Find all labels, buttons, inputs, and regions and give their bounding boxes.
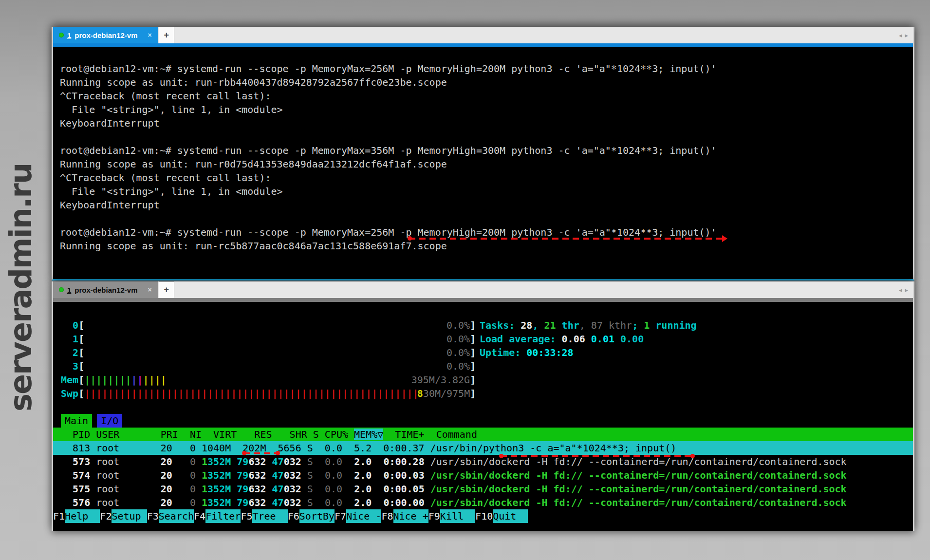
tab-prox-debian12-vm[interactable]: 1 prox-debian12-vm × — [53, 281, 158, 298]
cpu-3-meter: 3[0.0%] — [53, 359, 913, 373]
terminal-window-shell: 1 prox-debian12-vm × + ◂ ▸ root@debian12… — [52, 27, 914, 280]
spacer-line — [53, 400, 913, 414]
tab-scroll-right-icon[interactable]: ▸ — [905, 286, 908, 294]
close-tab-icon[interactable]: × — [148, 286, 152, 294]
htop-summary: Tasks: 28, 21 thr, 87 kthr; 1 runningLoa… — [480, 318, 697, 359]
tab-title: prox-debian12-vm — [74, 286, 137, 294]
memory-meter: Mem[||||||||||||||395M/3.82G] — [53, 373, 913, 387]
fkey-f10-quit[interactable]: F10Quit — [475, 509, 528, 523]
terminal-line — [60, 130, 913, 144]
process-row-selected[interactable]: 813 root 20 0 1040M 202M 5656 S 0.0 5.2 … — [53, 441, 913, 455]
process-row[interactable]: 574 root 20 0 1352M 79632 47032 S 0.0 2.… — [53, 468, 913, 482]
process-table-header[interactable]: PID USER PRI NI VIRT RES SHR S CPU% MEM%… — [53, 428, 913, 441]
tab-accent-strip — [53, 43, 913, 47]
terminal-line: Running scope as unit: run-r0d75d41353e8… — [60, 157, 913, 171]
fkey-f2-setup[interactable]: F2Setup — [100, 509, 147, 523]
terminal-output: root@debian12-vm:~# systemd-run --scope … — [53, 47, 913, 253]
htop-tab-i-o[interactable]: I/O — [97, 414, 122, 428]
tab-title: prox-debian12-vm — [74, 31, 137, 39]
tab-bar: 1 prox-debian12-vm × + ◂ ▸ — [53, 281, 913, 298]
fkey-f4-filter[interactable]: F4Filter — [194, 509, 241, 523]
terminal-line: Running scope as unit: run-rbb4400437d89… — [60, 75, 913, 89]
fkey-f6-sortby[interactable]: F6SortBy — [288, 509, 335, 523]
terminal-line: root@debian12-vm:~# systemd-run --scope … — [60, 225, 913, 239]
htop-summary-line: Uptime: 00:33:28 — [480, 346, 697, 359]
htop-summary-line: Load average: 0.06 0.01 0.00 — [480, 332, 697, 346]
fkey-f1-help[interactable]: F1Help — [53, 509, 100, 523]
tab-scroll-left-icon[interactable]: ◂ — [899, 32, 902, 39]
watermark: serveradmin.ru — [0, 142, 41, 432]
terminal-line: Running scope as unit: run-rc5b877aac0c8… — [60, 239, 913, 253]
annotation-underline-python-process — [501, 455, 693, 457]
session-status-dot — [59, 287, 64, 292]
fkey-f9-kill[interactable]: F9Kill — [428, 509, 475, 523]
fkey-f3-search[interactable]: F3Search — [147, 509, 194, 523]
fkey-f7-nice-[interactable]: F7Nice - — [335, 509, 381, 523]
new-tab-button[interactable]: + — [159, 281, 174, 298]
terminal-line: ^CTraceback (most recent call last): — [60, 171, 913, 185]
terminal-line: root@debian12-vm:~# systemd-run --scope … — [60, 144, 913, 157]
process-table: 813 root 20 0 1040M 202M 5656 S 0.0 5.2 … — [53, 441, 913, 509]
htop-summary-line: Tasks: 28, 21 thr, 87 kthr; 1 running — [480, 318, 697, 332]
terminal-line: root@debian12-vm:~# systemd-run --scope … — [60, 62, 913, 75]
new-tab-button[interactable]: + — [159, 27, 174, 43]
process-row[interactable]: 576 root 20 0 1352M 79632 47032 S 0.0 2.… — [53, 496, 913, 509]
tab-accent-strip — [53, 298, 913, 302]
terminal-line: File "<string>", line 1, in <module> — [60, 185, 913, 198]
terminal-line — [60, 212, 913, 225]
htop-view-tabs: MainI/O — [53, 414, 913, 428]
tab-scroll-right-icon[interactable]: ▸ — [905, 32, 908, 39]
tab-number: 1 — [67, 31, 71, 39]
tab-scroll-arrows: ◂ ▸ — [899, 27, 908, 43]
process-row[interactable]: 573 root 20 0 1352M 79632 47032 S 0.0 2.… — [53, 455, 913, 468]
annotation-underline-command — [409, 238, 725, 240]
session-status-dot — [59, 33, 64, 37]
htop-tab-main[interactable]: Main — [61, 414, 92, 428]
terminal-line: File "<string>", line 1, in <module> — [60, 103, 913, 116]
terminal-line: ^CTraceback (most recent call last): — [60, 89, 913, 103]
annotation-underline-res-value — [243, 452, 279, 454]
tab-number: 1 — [67, 286, 71, 294]
terminal-line: KeyboardInterrupt — [60, 198, 913, 212]
swap-meter: Swp[||||||||||||||||||||||||||||||||||||… — [53, 387, 913, 400]
fkey-f5-tree[interactable]: F5Tree — [241, 509, 287, 523]
fkey-f8-nice-[interactable]: F8Nice + — [381, 509, 428, 523]
close-tab-icon[interactable]: × — [148, 31, 152, 39]
terminal-line: KeyboardInterrupt — [60, 116, 913, 130]
tab-scroll-arrows: ◂ ▸ — [899, 281, 908, 298]
desktop: serveradmin.ru 1 prox-debian12-vm × + ◂ … — [0, 0, 930, 560]
htop-panel: 0[0.0%] 1[0.0%] 2[0.0%] 3[0.0%]Mem[|||||… — [53, 302, 913, 523]
tab-prox-debian12-vm[interactable]: 1 prox-debian12-vm × — [53, 27, 158, 43]
terminal-window-htop: 1 prox-debian12-vm × + ◂ ▸ 0[0.0%] 1[0.0… — [52, 281, 914, 531]
process-row[interactable]: 575 root 20 0 1352M 79632 47032 S 0.0 2.… — [53, 482, 913, 496]
function-key-bar: F1Help F2Setup F3SearchF4FilterF5Tree F6… — [53, 509, 913, 523]
tab-scroll-left-icon[interactable]: ◂ — [899, 286, 902, 294]
tab-bar: 1 prox-debian12-vm × + ◂ ▸ — [53, 27, 913, 43]
terminal-screen[interactable]: root@debian12-vm:~# systemd-run --scope … — [53, 47, 913, 279]
htop-screen[interactable]: 0[0.0%] 1[0.0%] 2[0.0%] 3[0.0%]Mem[|||||… — [53, 302, 913, 531]
